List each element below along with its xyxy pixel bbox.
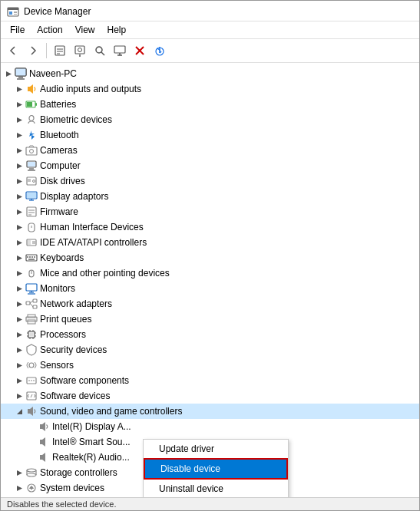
tree-view[interactable]: Naveen-PC Audio inputs and outputs [1,63,419,497]
expand-software-comp[interactable] [13,374,25,387]
print-icon [25,313,38,325]
expand-ide[interactable] [13,236,25,249]
svg-marker-119 [40,437,45,447]
tree-sensors[interactable]: Sensors [1,358,419,373]
ide-label: IDE ATA/ATAPI controllers [40,235,147,250]
cameras-label: Cameras [40,143,78,158]
expand-computer[interactable] [13,160,25,172]
tree-disk[interactable]: Disk drives [1,173,419,189]
menu-bar: File Action View Help [1,21,419,39]
properties-button[interactable] [51,41,69,60]
svg-point-126 [27,473,36,476]
status-text: Disables the selected device. [7,499,116,509]
network-label: Network adapters [40,296,112,312]
expand-system[interactable] [13,482,25,494]
expand-display[interactable] [13,190,25,203]
monitor-button[interactable] [111,41,129,60]
keyboards-label: Keyboards [40,250,84,265]
tree-bluetooth[interactable]: Bluetooth [1,127,419,143]
expand-cameras[interactable] [13,144,25,157]
expand-audio[interactable] [13,83,25,95]
update-driver-button[interactable] [71,41,89,60]
tree-root[interactable]: Naveen-PC [1,66,419,81]
menu-file[interactable]: File [4,23,31,37]
tree-processors[interactable]: Processors [1,327,419,342]
expand-storage[interactable] [13,466,25,479]
expand-software-dev[interactable] [13,390,25,402]
svg-marker-82 [17,302,22,307]
context-menu-update-driver[interactable]: Update driver [144,440,288,458]
tree-audio[interactable]: Audio inputs and outputs [1,81,419,97]
svg-marker-111 [17,394,22,399]
menu-help[interactable]: Help [101,23,133,37]
expand-security[interactable] [13,344,25,356]
tree-mice[interactable]: Mice and other pointing devices [1,265,419,281]
expand-firmware[interactable] [13,206,25,218]
tree-software-dev[interactable]: Software devices [1,388,419,404]
expand-root[interactable] [2,68,15,80]
svg-rect-31 [27,102,32,107]
intel-smart-label: Intel® Smart Sou... [52,434,131,450]
scan-button[interactable] [91,41,109,60]
intel-display-label: Intel(R) Display A... [52,419,131,434]
svg-rect-70 [29,256,31,258]
back-button[interactable] [4,41,22,60]
tree-computer[interactable]: Computer [1,158,419,173]
expand-print[interactable] [13,313,25,325]
svg-marker-54 [17,209,22,215]
tree-hid[interactable]: Human Interface Devices [1,219,419,235]
expand-mice[interactable] [13,267,25,279]
forward-button[interactable] [24,41,42,60]
tree-biometric[interactable]: Biometric devices [1,112,419,127]
uninstall-button[interactable] [131,41,149,60]
svg-rect-2 [9,12,12,15]
tree-firmware[interactable]: Firmware [1,204,419,219]
expand-monitors[interactable] [13,282,25,295]
tree-ide[interactable]: IDE ATA/ATAPI controllers [1,235,419,250]
tree-keyboards[interactable]: Keyboards [1,250,419,265]
tree-print[interactable]: Print queues [1,312,419,327]
expand-sensors[interactable] [13,359,25,371]
svg-rect-1 [8,8,18,10]
svg-marker-39 [17,163,22,169]
battery-icon [25,98,38,110]
tree-monitors[interactable]: Monitors [1,281,419,296]
context-menu-uninstall-device[interactable]: Uninstall device [144,480,288,497]
svg-marker-114 [17,409,22,414]
audio-label: Audio inputs and outputs [40,81,141,97]
svg-rect-32 [35,103,37,106]
svg-marker-35 [17,133,22,138]
expand-sound[interactable] [13,405,25,417]
system-icon [25,482,38,494]
tree-sound[interactable]: Sound, video and game controllers [1,404,419,419]
tree-batteries[interactable]: Batteries [1,97,419,112]
expand-batteries[interactable] [13,98,25,110]
expand-disk[interactable] [13,175,25,187]
tree-security[interactable]: Security devices [1,342,419,358]
menu-view[interactable]: View [69,23,101,37]
expand-bluetooth[interactable] [13,129,25,141]
tree-software-comp[interactable]: Software components [1,373,419,388]
svg-rect-9 [75,46,84,54]
svg-point-38 [30,150,34,153]
expand-biometric[interactable] [13,114,25,126]
expand-processors[interactable] [13,328,25,341]
usb-label: Universal Serial Bus c... [40,496,137,497]
svg-point-12 [96,47,102,53]
svg-rect-84 [33,299,37,302]
software-comp-icon [25,374,38,387]
tree-cameras[interactable]: Cameras [1,143,419,158]
rollback-button[interactable] [150,41,169,60]
disk-label: Disk drives [40,173,85,189]
tree-network[interactable]: Network adapters [1,296,419,312]
svg-marker-29 [17,102,22,107]
menu-action[interactable]: Action [31,23,68,37]
tree-intel-display[interactable]: Intel(R) Display A... [1,419,419,434]
context-menu-disable-device[interactable]: Disable device [144,458,288,480]
toolbar [1,39,419,63]
tree-display[interactable]: Display adaptors [1,189,419,204]
expand-network[interactable] [13,298,25,310]
keyboards-icon [25,252,38,264]
expand-keyboards[interactable] [13,252,25,264]
expand-hid[interactable] [13,221,25,233]
